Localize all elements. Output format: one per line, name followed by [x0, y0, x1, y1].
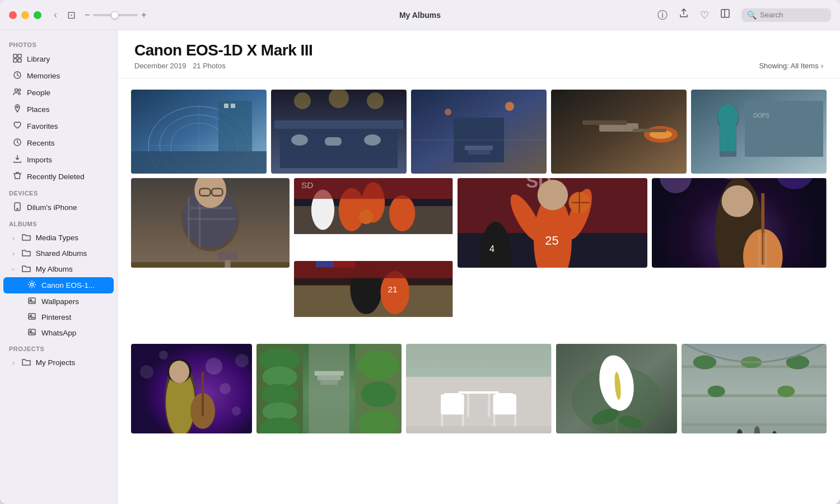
photo-item[interactable]: [556, 344, 677, 433]
zoom-slider[interactable]: [93, 14, 138, 16]
info-icon[interactable]: ⓘ: [657, 8, 668, 22]
svg-rect-110: [762, 193, 765, 264]
photo-item[interactable]: [406, 344, 551, 433]
whatsapp-icon: [27, 328, 37, 338]
minimize-button[interactable]: [21, 11, 29, 19]
svg-rect-156: [462, 414, 464, 429]
svg-rect-3: [18, 54, 21, 58]
svg-rect-52: [633, 129, 666, 132]
favorite-icon[interactable]: ♡: [700, 9, 709, 21]
sidebar-item-imports[interactable]: Imports: [3, 152, 114, 168]
svg-rect-153: [441, 394, 464, 414]
slideshow-icon[interactable]: ⊡: [67, 9, 76, 21]
sidebar-item-whatsapp[interactable]: WhatsApp: [3, 325, 114, 340]
showing-filter[interactable]: Showing: All Items ›: [759, 62, 823, 70]
share-icon[interactable]: [679, 8, 689, 21]
sidebar-label: Pinterest: [41, 313, 71, 321]
svg-rect-2: [13, 54, 17, 58]
photo-item[interactable]: [256, 344, 402, 433]
sidebar-item-recently-deleted[interactable]: Recently Deleted: [3, 169, 114, 185]
photo-item[interactable]: [131, 90, 267, 174]
sidebar-item-my-albums[interactable]: › My Albums: [3, 262, 114, 277]
svg-rect-30: [271, 90, 407, 174]
sidebar-item-wallpapers[interactable]: Wallpapers: [3, 294, 114, 309]
svg-rect-166: [615, 411, 618, 433]
photo-item[interactable]: [551, 90, 687, 174]
svg-point-163: [572, 366, 661, 433]
svg-rect-42: [465, 146, 493, 150]
sidebar: Photos Library Memories: [0, 30, 118, 504]
svg-point-122: [140, 365, 153, 379]
window-icon[interactable]: [720, 8, 730, 21]
photo-item[interactable]: 21: [294, 261, 452, 339]
svg-rect-87: [294, 261, 452, 278]
titlebar: ‹ ⊡ − + My Albums ⓘ ♡: [0, 0, 840, 30]
sidebar-item-people[interactable]: People: [3, 85, 114, 101]
svg-point-79: [359, 209, 374, 224]
sidebar-item-favorites[interactable]: Favorites: [3, 118, 114, 134]
fullscreen-button[interactable]: [34, 11, 41, 19]
photo-item[interactable]: [131, 178, 290, 268]
album-title: Canon EOS-1D X Mark III: [134, 41, 312, 59]
svg-rect-60: [131, 178, 290, 268]
photo-item[interactable]: [682, 344, 827, 433]
svg-point-124: [235, 354, 249, 367]
recents-icon: [12, 138, 22, 148]
svg-rect-159: [493, 414, 496, 429]
photo-item[interactable]: SD: [294, 178, 452, 256]
svg-point-131: [169, 361, 189, 383]
sidebar-item-library[interactable]: Library: [3, 51, 114, 67]
sidebar-item-my-projects[interactable]: › My Projects: [3, 355, 114, 370]
section-label-photos: Photos: [0, 37, 117, 50]
svg-rect-144: [315, 371, 344, 376]
expand-icon: ›: [12, 360, 15, 366]
svg-rect-29: [231, 104, 235, 108]
close-button[interactable]: [9, 11, 17, 19]
svg-text:21: 21: [388, 284, 398, 294]
svg-text:SD: SD: [301, 180, 313, 190]
zoom-in-button[interactable]: +: [141, 10, 146, 20]
svg-point-7: [15, 89, 18, 92]
svg-rect-82: [294, 261, 452, 317]
svg-point-175: [786, 356, 809, 370]
svg-rect-69: [212, 189, 222, 196]
back-button[interactable]: ‹: [50, 8, 60, 22]
search-input[interactable]: [760, 11, 827, 19]
photo-item[interactable]: [131, 344, 252, 433]
trash-icon: [12, 171, 22, 182]
svg-rect-53: [691, 90, 827, 174]
svg-point-49: [644, 126, 678, 143]
sidebar-item-shared-albums[interactable]: › Shared Albums: [3, 246, 114, 261]
svg-point-105: [660, 178, 692, 193]
svg-rect-36: [291, 134, 308, 146]
sidebar-item-media-types[interactable]: › Media Types: [3, 230, 114, 245]
folder-icon: [21, 264, 31, 274]
folder-icon: [21, 233, 31, 242]
sidebar-label: Memories: [27, 72, 60, 80]
sidebar-item-pinterest[interactable]: Pinterest: [3, 310, 114, 325]
sidebar-item-recents[interactable]: Recents: [3, 135, 114, 151]
svg-point-165: [614, 372, 622, 400]
sidebar-item-canon-eos[interactable]: Canon EOS-1...: [3, 277, 114, 293]
sidebar-label: Favorites: [27, 122, 58, 130]
search-box[interactable]: 🔍: [741, 8, 831, 22]
zoom-control: − +: [85, 10, 147, 20]
svg-point-180: [772, 431, 777, 433]
photo-item[interactable]: [411, 90, 547, 174]
photo-item[interactable]: SD 25: [458, 178, 648, 268]
svg-rect-172: [682, 423, 827, 426]
svg-point-95: [505, 190, 547, 246]
svg-rect-37: [325, 137, 342, 146]
svg-rect-48: [599, 123, 638, 132]
svg-rect-150: [459, 391, 500, 394]
zoom-out-button[interactable]: −: [85, 10, 90, 20]
sidebar-item-iphone[interactable]: Dilum's iPhone: [3, 199, 114, 216]
svg-rect-74: [294, 206, 452, 234]
sidebar-item-memories[interactable]: Memories: [3, 68, 114, 84]
photo-grid: OOPS: [118, 78, 840, 445]
sidebar-label: Canon EOS-1...: [41, 281, 95, 290]
photo-item[interactable]: [652, 178, 827, 268]
sidebar-item-places[interactable]: Places: [3, 101, 114, 118]
photo-item[interactable]: OOPS: [691, 90, 827, 174]
photo-item[interactable]: [271, 90, 407, 174]
